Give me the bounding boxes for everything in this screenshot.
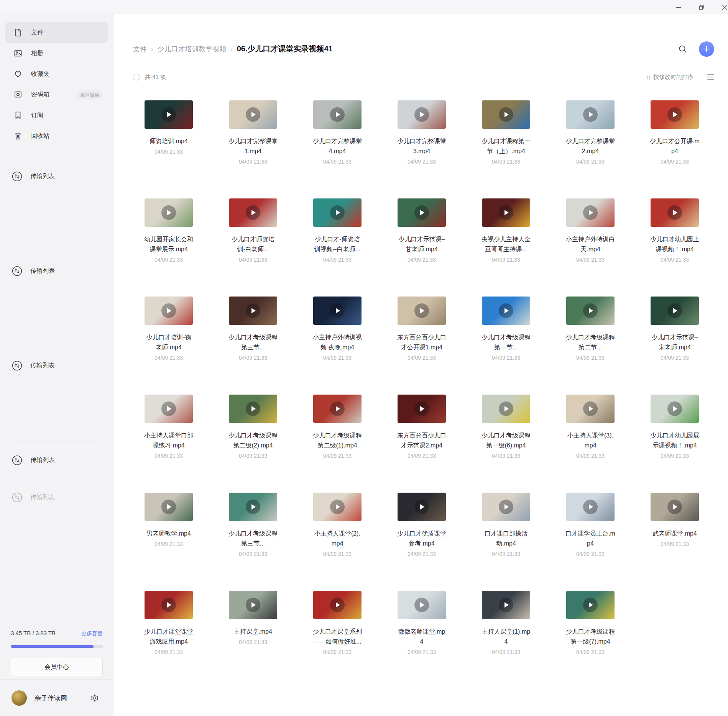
video-thumbnail[interactable]: [482, 493, 530, 521]
add-button[interactable]: [699, 41, 714, 57]
video-thumbnail[interactable]: [482, 591, 530, 619]
avatar[interactable]: [12, 690, 27, 706]
video-thumbnail[interactable]: [482, 100, 530, 129]
file-name[interactable]: 少儿口才课堂系列——如何做好班...: [312, 627, 362, 647]
file-name[interactable]: 少儿口才优质课堂参考.mp4: [397, 529, 447, 549]
file-card[interactable]: 少儿口才考级课程第三节... 04/09 21:33: [211, 297, 295, 395]
video-thumbnail[interactable]: [398, 591, 446, 619]
file-card[interactable]: 少儿口才师资培训-白老师... 04/09 21:33: [211, 198, 295, 297]
video-thumbnail[interactable]: [398, 100, 446, 129]
video-thumbnail[interactable]: [145, 198, 193, 227]
video-thumbnail[interactable]: [145, 297, 193, 325]
file-card[interactable]: 少儿口才优质课堂参考.mp4 04/09 21:33: [380, 493, 464, 591]
file-card[interactable]: 少儿口才考级课程第二节... 04/09 21:33: [548, 297, 633, 395]
more-capacity-link[interactable]: 更多容量: [81, 630, 103, 637]
file-name[interactable]: 小主持人课堂(3).mp4: [565, 431, 615, 451]
play-icon[interactable]: [583, 303, 598, 318]
play-icon[interactable]: [414, 303, 429, 318]
file-card[interactable]: 少儿口才考级课程第一级(7).mp4 04/09 21:33: [548, 591, 633, 689]
video-thumbnail[interactable]: [566, 198, 615, 227]
video-thumbnail[interactable]: [482, 395, 530, 423]
play-icon[interactable]: [414, 205, 429, 220]
play-icon[interactable]: [161, 205, 176, 220]
file-card[interactable]: 小主持人课堂(3).mp4 04/09 21:33: [548, 395, 633, 493]
video-thumbnail[interactable]: [651, 493, 699, 521]
file-card[interactable]: 男老师教学.mp4 04/09 21:33: [127, 493, 211, 591]
file-name[interactable]: 师资培训.mp4: [144, 136, 194, 146]
play-icon[interactable]: [414, 107, 429, 122]
video-thumbnail[interactable]: [145, 591, 193, 619]
file-name[interactable]: 小主持人课堂(2).mp4: [312, 529, 362, 549]
play-icon[interactable]: [246, 401, 260, 416]
file-name[interactable]: 少儿口才考级课程第一级(6).mp4: [481, 431, 531, 451]
video-thumbnail[interactable]: [313, 493, 362, 521]
search-icon[interactable]: [678, 44, 687, 54]
file-name[interactable]: 少儿口才完整课堂2.mp4: [565, 136, 615, 156]
video-thumbnail[interactable]: [651, 395, 699, 423]
file-card[interactable]: 少儿口才幼儿园上课视频！.mp4 04/09 21:33: [633, 198, 717, 297]
video-thumbnail[interactable]: [145, 395, 193, 423]
play-icon[interactable]: [667, 303, 682, 318]
file-name[interactable]: 少儿口才示范课–甘老师.mp4: [397, 234, 447, 254]
play-icon[interactable]: [330, 303, 345, 318]
file-card[interactable]: 少儿口才考级课程第一节... 04/09 21:33: [464, 297, 548, 395]
breadcrumb-folder[interactable]: 少儿口才培训教学视频: [157, 44, 226, 54]
play-icon[interactable]: [330, 107, 345, 122]
file-card[interactable]: 央视少儿主持人金豆哥哥主持课... 04/09 21:33: [464, 198, 548, 297]
sidebar-item-favorites[interactable]: 收藏夹: [5, 64, 108, 84]
video-thumbnail[interactable]: [313, 100, 362, 129]
play-icon[interactable]: [667, 500, 682, 514]
video-thumbnail[interactable]: [313, 297, 362, 325]
file-card[interactable]: 口才课口部操活动.mp4 04/09 21:33: [464, 493, 548, 591]
video-thumbnail[interactable]: [482, 297, 530, 325]
video-thumbnail[interactable]: [651, 198, 699, 227]
file-card[interactable]: 少儿口才考级课程第一级(6).mp4 04/09 21:33: [464, 395, 548, 493]
sidebar-item-transfer-list-1[interactable]: 传输列表: [0, 166, 113, 187]
file-name[interactable]: 微微老师课堂.mp4: [397, 627, 447, 647]
play-icon[interactable]: [499, 303, 513, 318]
video-thumbnail[interactable]: [398, 198, 446, 227]
sidebar-item-subscriptions[interactable]: 订阅: [5, 105, 108, 126]
file-card[interactable]: 小主持人课堂口部操练习.mp4 04/09 21:33: [127, 395, 211, 493]
file-card[interactable]: 主持课堂.mp4 04/09 21:33: [211, 591, 295, 689]
sidebar-item-transfer-list-2[interactable]: 传输列表: [0, 261, 113, 281]
file-name[interactable]: 少儿口才考级课程第二级(1).mp4: [312, 431, 362, 451]
file-card[interactable]: 主持人课堂(1).mp4 04/09 21:33: [464, 591, 548, 689]
video-thumbnail[interactable]: [229, 395, 277, 423]
file-card[interactable]: 少儿口才示范课–甘老师.mp4 04/09 21:33: [380, 198, 464, 297]
file-card[interactable]: 少儿口才完整课堂2.mp4 04/09 21:33: [548, 100, 633, 198]
play-icon[interactable]: [499, 205, 513, 220]
file-name[interactable]: 男老师教学.mp4: [144, 529, 194, 539]
file-name[interactable]: 少儿口才考级课程第三节...: [228, 333, 278, 352]
play-icon[interactable]: [246, 598, 260, 612]
file-name[interactable]: 东方百分百少儿口才示范课2.mp4: [397, 431, 447, 451]
file-name[interactable]: 少儿口才课程第一节（上）.mp4: [481, 136, 531, 156]
file-name[interactable]: 少儿口才示范课–宋老师.mp4: [650, 333, 700, 352]
video-thumbnail[interactable]: [229, 297, 277, 325]
file-name[interactable]: 少儿口才师资培训-白老师...: [228, 234, 278, 254]
play-icon[interactable]: [161, 598, 176, 612]
file-name[interactable]: 武老师课堂.mp4: [650, 529, 700, 539]
play-icon[interactable]: [161, 401, 176, 416]
video-thumbnail[interactable]: [566, 493, 615, 521]
video-thumbnail[interactable]: [313, 591, 362, 619]
file-card[interactable]: 少儿口才完整课堂4.mp4 04/09 21:33: [295, 100, 380, 198]
sidebar-item-albums[interactable]: 相册: [5, 43, 108, 64]
file-name[interactable]: 少儿口才幼儿园上课视频！.mp4: [650, 234, 700, 254]
play-icon[interactable]: [330, 500, 345, 514]
file-name[interactable]: 口才课学员上台.mp4: [565, 529, 615, 549]
sidebar-item-files[interactable]: 文件: [5, 22, 108, 43]
video-thumbnail[interactable]: [566, 591, 615, 619]
file-card[interactable]: 少儿口才完整课堂3.mp4 04/09 21:33: [380, 100, 464, 198]
view-toggle-icon[interactable]: [707, 74, 714, 80]
file-card[interactable]: 少儿口才公开课.mp4 04/09 21:33: [633, 100, 717, 198]
file-card[interactable]: 武老师课堂.mp4 04/09 21:33: [633, 493, 717, 591]
sidebar-item-recycle-bin[interactable]: 回收站: [5, 126, 108, 146]
play-icon[interactable]: [246, 303, 260, 318]
play-icon[interactable]: [499, 500, 513, 514]
play-icon[interactable]: [161, 500, 176, 514]
file-name[interactable]: 少儿口才考级课程第一级(7).mp4: [565, 627, 615, 647]
close-icon[interactable]: [720, 2, 728, 12]
file-name[interactable]: 幼儿园开家长会和课堂展示.mp4: [144, 234, 194, 254]
file-card[interactable]: 师资培训.mp4 04/09 21:33: [127, 100, 211, 198]
